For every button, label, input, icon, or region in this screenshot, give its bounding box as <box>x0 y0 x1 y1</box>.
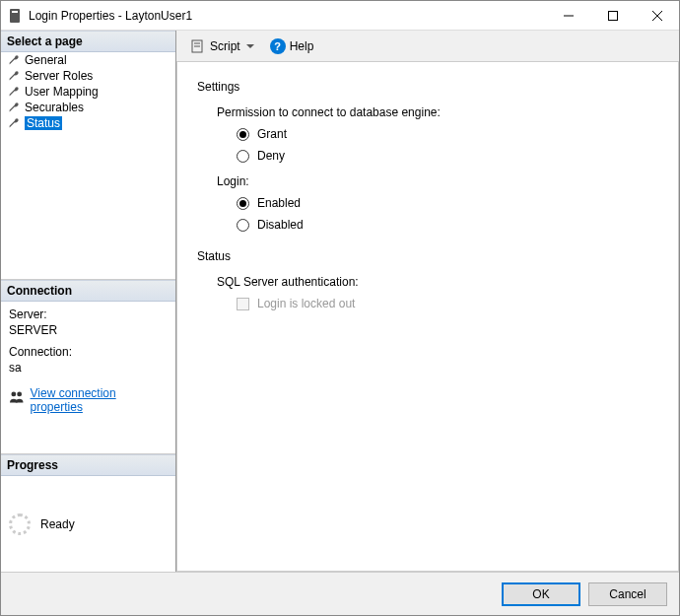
connection-value: sa <box>9 361 168 375</box>
locked-out-checkbox: Login is locked out <box>237 297 658 310</box>
chevron-down-icon <box>246 44 254 48</box>
connection-panel: Server: SERVER Connection: sa View conne… <box>1 302 175 454</box>
page-label: General <box>25 53 67 67</box>
enabled-label: Enabled <box>257 196 301 210</box>
maximize-button[interactable] <box>590 1 635 30</box>
progress-header: Progress <box>1 454 175 476</box>
settings-header: Settings <box>197 80 658 94</box>
page-item-securables[interactable]: Securables <box>1 100 175 115</box>
radio-icon <box>237 219 249 232</box>
page-label: User Mapping <box>25 85 99 99</box>
wrench-icon <box>7 85 21 99</box>
wrench-icon <box>7 101 21 114</box>
content-panel: Settings Permission to connect to databa… <box>176 62 679 572</box>
help-label: Help <box>290 39 314 53</box>
select-page-header: Select a page <box>1 31 175 52</box>
sql-auth-label: SQL Server authentication: <box>217 275 658 289</box>
page-item-general[interactable]: General <box>1 52 175 68</box>
server-value: SERVER <box>9 323 168 337</box>
sidebar: Select a page General Server Roles User … <box>1 31 176 572</box>
minimize-button[interactable] <box>546 1 590 30</box>
server-label: Server: <box>9 308 168 321</box>
radio-icon <box>237 150 249 163</box>
disabled-label: Disabled <box>257 218 304 232</box>
checkbox-icon <box>237 298 249 310</box>
main-panel: Script ? Help Settings Permission to con… <box>176 31 679 572</box>
help-button[interactable]: ? Help <box>266 36 318 56</box>
wrench-icon <box>7 69 21 83</box>
close-button[interactable] <box>635 1 679 30</box>
disabled-radio[interactable]: Disabled <box>237 218 658 232</box>
progress-status: Ready <box>40 517 75 531</box>
ok-button[interactable]: OK <box>502 582 580 606</box>
grant-radio[interactable]: Grant <box>237 127 658 141</box>
radio-icon <box>237 128 249 141</box>
page-label: Server Roles <box>25 69 93 83</box>
script-button[interactable]: Script <box>186 36 262 56</box>
app-icon <box>7 8 23 24</box>
view-connection-properties-link[interactable]: View connection properties <box>31 386 168 414</box>
page-item-user-mapping[interactable]: User Mapping <box>1 84 175 100</box>
script-label: Script <box>210 39 240 53</box>
connection-label: Connection: <box>9 345 168 359</box>
page-label: Status <box>25 116 62 130</box>
window-title: Login Properties - LaytonUser1 <box>29 9 192 23</box>
help-icon: ? <box>270 38 286 54</box>
toolbar: Script ? Help <box>176 31 679 62</box>
page-list: General Server Roles User Mapping Secura… <box>1 52 175 280</box>
connection-header: Connection <box>1 280 175 302</box>
permission-label: Permission to connect to database engine… <box>217 105 658 119</box>
deny-radio[interactable]: Deny <box>237 149 658 163</box>
locked-out-label: Login is locked out <box>257 297 355 310</box>
enabled-radio[interactable]: Enabled <box>237 196 658 210</box>
svg-rect-1 <box>12 11 18 13</box>
page-item-server-roles[interactable]: Server Roles <box>1 68 175 84</box>
page-label: Securables <box>25 101 84 114</box>
grant-label: Grant <box>257 127 287 141</box>
deny-label: Deny <box>257 149 285 163</box>
login-label: Login: <box>217 174 658 188</box>
radio-icon <box>237 197 249 210</box>
svg-rect-3 <box>608 11 617 20</box>
script-icon <box>190 38 206 54</box>
login-properties-window: Login Properties - LaytonUser1 Select a … <box>0 0 680 616</box>
progress-panel: Ready <box>1 476 175 572</box>
footer: OK Cancel <box>1 572 679 615</box>
svg-point-7 <box>17 391 22 396</box>
wrench-icon <box>7 53 21 67</box>
people-icon <box>9 390 25 404</box>
status-header: Status <box>197 249 658 263</box>
svg-point-6 <box>11 391 16 396</box>
progress-spinner-icon <box>9 513 31 535</box>
cancel-button[interactable]: Cancel <box>588 582 667 606</box>
titlebar: Login Properties - LaytonUser1 <box>1 1 679 31</box>
wrench-icon <box>7 116 21 130</box>
page-item-status[interactable]: Status <box>1 115 175 131</box>
